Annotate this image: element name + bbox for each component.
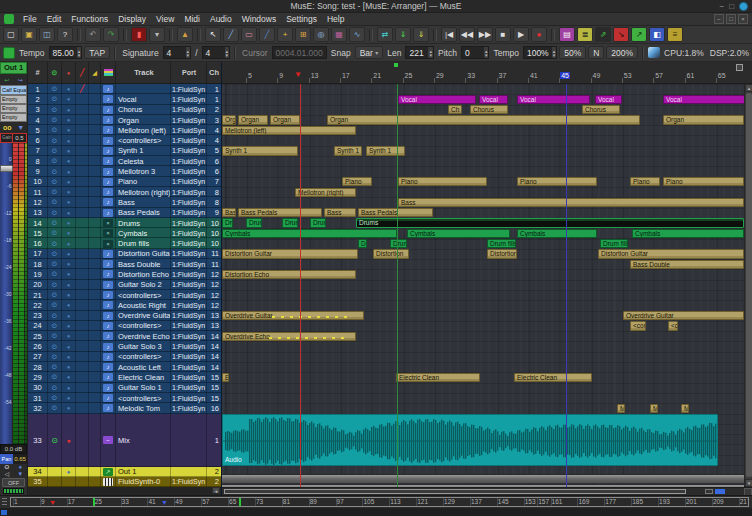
part[interactable]: Dr — [358, 239, 367, 248]
track-channel[interactable]: 8 — [207, 187, 221, 197]
ruler-grip[interactable] — [2, 498, 7, 507]
mixer-button[interactable]: ≡ — [667, 27, 683, 42]
track-row[interactable]: 20⊙●♪Guitar Solo 21:FluidSyn12 — [28, 280, 221, 290]
play-button[interactable]: ▶ — [513, 27, 529, 42]
track-channel[interactable]: 11 — [207, 259, 221, 269]
track-row[interactable]: 7⊙●♪Synth 11:FluidSyn5 — [28, 146, 221, 156]
track-channel[interactable]: 9 — [207, 208, 221, 218]
pianoroll-editor-button[interactable]: ▤ — [559, 27, 575, 42]
mute-icon[interactable] — [76, 414, 89, 467]
record-arm-icon[interactable]: ⊙ — [48, 362, 62, 372]
len-spinbox[interactable]: 221 ▴▾ — [405, 46, 434, 59]
pan-tool-button[interactable]: ⊞ — [295, 27, 311, 42]
track-channel[interactable]: 12 — [207, 300, 221, 310]
part[interactable]: M — [681, 404, 689, 413]
track-row[interactable]: 8⊙●♪Celesta1:FluidSyn6 — [28, 156, 221, 166]
track-port[interactable]: 1:FluidSyn — [171, 331, 207, 341]
part[interactable]: Synth 1 — [222, 146, 298, 155]
track-port[interactable]: 1:FluidSyn — [171, 372, 207, 382]
mute-icon[interactable] — [76, 393, 89, 403]
part[interactable]: Distortion Echo — [222, 270, 356, 279]
zoom-tool-button[interactable]: ◎ — [313, 27, 329, 42]
menu-audio[interactable]: Audio — [205, 14, 237, 24]
stop-button[interactable]: ■ — [495, 27, 511, 42]
track-dot-icon[interactable]: ● — [62, 105, 76, 115]
open-file-button[interactable]: ▣ — [21, 27, 37, 42]
track-port[interactable]: 1:FluidSyn — [171, 477, 207, 487]
score-editor-button[interactable]: ⇗ — [595, 27, 611, 42]
track-row[interactable]: 21⊙●♪<controllers>1:FluidSyn12 — [28, 290, 221, 300]
overview-locator-icon[interactable]: ▼ — [161, 499, 168, 507]
scrollbar-blue-thumb[interactable] — [715, 489, 725, 494]
mute-icon[interactable] — [76, 208, 89, 218]
speaker-icon[interactable]: ◁ — [0, 471, 14, 478]
part[interactable]: Electric Clean — [514, 373, 592, 382]
track-channel[interactable]: 7 — [207, 177, 221, 187]
track-row[interactable]: 18⊙●♪Bass Double1:FluidSyn11 — [28, 259, 221, 269]
part[interactable]: Bass Pedals — [358, 208, 433, 217]
track-dot-icon[interactable]: ● — [62, 208, 76, 218]
part[interactable]: M — [617, 404, 625, 413]
track-dot-icon[interactable]: ● — [62, 135, 76, 145]
track-port[interactable]: 1:FluidSyn — [171, 393, 207, 403]
playhead-marker-icon[interactable]: ▼ — [294, 71, 302, 79]
parts-area[interactable]: VocalVocalVocalVocalVocalChChorusChorusO… — [222, 84, 744, 487]
record-arm-icon[interactable]: ⊙ — [48, 290, 62, 300]
track-port[interactable]: 1:FluidSyn — [171, 269, 207, 279]
track-channel[interactable]: 12 — [207, 269, 221, 279]
tap-button[interactable]: TAP — [84, 46, 110, 59]
track-channel[interactable]: 4 — [207, 125, 221, 135]
track-port[interactable]: 1:FluidSyn — [171, 94, 207, 104]
record-arm-icon[interactable]: ⊙ — [48, 125, 62, 135]
rewind-start-button[interactable]: |◀ — [441, 27, 457, 42]
signature-denominator-spinbox[interactable]: 4 ▴▾ — [202, 46, 231, 59]
mute-icon[interactable] — [76, 115, 89, 125]
track-dot-icon[interactable]: ● — [62, 177, 76, 187]
track-row[interactable]: 19⊙●♪Distortion Echo1:FluidSyn12 — [28, 269, 221, 279]
part[interactable]: Cymbals — [517, 229, 597, 238]
pointer-tool-button[interactable]: ↖ — [205, 27, 221, 42]
menu-functions[interactable]: Functions — [66, 14, 113, 24]
track-dot-icon[interactable]: ● — [62, 187, 76, 197]
track-row[interactable]: 22⊙●♪Acoustic Right1:FluidSyn12 — [28, 300, 221, 310]
track-row[interactable]: 34●↗Out 12 — [28, 467, 221, 477]
horizontal-scrollbar-thumb[interactable] — [224, 489, 686, 494]
track-dot-icon[interactable]: ● — [62, 341, 76, 351]
signature-numerator-spinbox[interactable]: 4 ▴▾ — [163, 46, 192, 59]
track-port[interactable]: 1:FluidSyn — [171, 341, 207, 351]
part[interactable]: Organ — [663, 115, 744, 124]
track-row[interactable]: 13⊙●♪Bass Pedals1:FluidSyn9 — [28, 208, 221, 218]
mute-icon[interactable] — [76, 290, 89, 300]
mute-icon[interactable] — [76, 403, 89, 413]
record-arm-icon[interactable]: ⊙ — [48, 166, 62, 176]
scrollbar-mini-button[interactable] — [705, 489, 713, 494]
track-row[interactable]: 27⊙●♪<controllers>1:FluidSyn14 — [28, 352, 221, 362]
punch-record-button[interactable]: ▮ — [131, 27, 147, 42]
track-port[interactable]: 1:FluidSyn — [171, 197, 207, 207]
menu-help[interactable]: Help — [322, 14, 349, 24]
menu-edit[interactable]: Edit — [42, 14, 67, 24]
tempo-percent-spin-buttons[interactable]: ▴▾ — [552, 47, 557, 58]
part[interactable]: Drums — [356, 218, 744, 227]
track-dot-icon[interactable]: ● — [62, 352, 76, 362]
mute-icon[interactable] — [76, 238, 89, 248]
timeline-ruler[interactable]: 591317212529333741454953576165▼ — [222, 62, 752, 84]
track-channel[interactable]: 12 — [207, 290, 221, 300]
mute-icon[interactable] — [76, 341, 89, 351]
record-arm-icon[interactable]: ⊙ — [48, 115, 62, 125]
track-channel[interactable]: 15 — [207, 372, 221, 382]
track-dot-icon[interactable]: ● — [62, 300, 76, 310]
snap-dropdown[interactable]: Bar ▾ — [355, 46, 384, 59]
whats-this-button[interactable]: ? — [57, 27, 73, 42]
part[interactable]: Drum fills — [600, 239, 628, 248]
track-row[interactable]: 23⊙●♪Overdrive Guitar1:FluidSyn13 — [28, 311, 221, 321]
part[interactable]: Mellotron (left) — [222, 126, 356, 135]
mute-icon[interactable] — [76, 218, 89, 228]
part[interactable]: Distortion — [487, 249, 517, 258]
horizontal-scrollbar[interactable] — [222, 487, 752, 495]
track-dot-icon[interactable]: ● — [62, 280, 76, 290]
overview-playhead-icon[interactable]: ▼ — [49, 499, 56, 507]
track-channel[interactable]: 1 — [207, 84, 221, 94]
track-channel[interactable]: 11 — [207, 249, 221, 259]
overview-ruler[interactable]: 1917253341495765738189971051131211291371… — [0, 495, 752, 508]
